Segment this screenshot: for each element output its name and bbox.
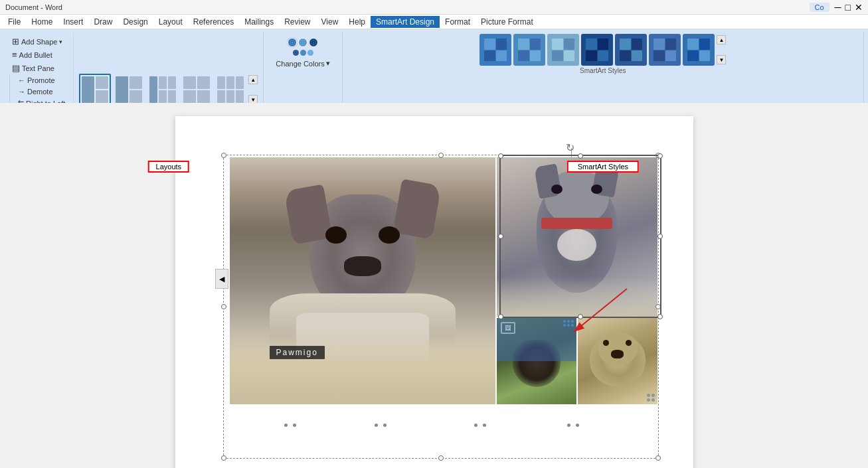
rotation-handle[interactable]: ↻ bbox=[566, 141, 574, 154]
handle-br bbox=[655, 455, 661, 461]
menu-help[interactable]: Help bbox=[343, 16, 371, 28]
dots-row-3 bbox=[474, 424, 486, 427]
layouts-annotation: Layouts bbox=[148, 161, 190, 173]
dots-row-2 bbox=[375, 424, 387, 427]
menu-home[interactable]: Home bbox=[26, 16, 58, 28]
menu-picture-format[interactable]: Picture Format bbox=[476, 16, 539, 28]
handle-tl bbox=[221, 153, 226, 158]
layout-scroll: ▲ ▼ bbox=[248, 75, 258, 104]
smartart-style-scroll-expand[interactable]: ▼ bbox=[717, 55, 726, 64]
smartart-style-3[interactable] bbox=[547, 34, 579, 66]
photo-small-left: 🖼 bbox=[497, 318, 576, 404]
text-pane-button[interactable]: ▤ Text Pane bbox=[9, 62, 68, 74]
close-button[interactable]: ✕ bbox=[855, 2, 863, 13]
maximize-button[interactable]: □ bbox=[845, 2, 851, 13]
menu-insert[interactable]: Insert bbox=[58, 16, 88, 28]
smartart-style-6[interactable] bbox=[649, 34, 681, 66]
menu-format[interactable]: Format bbox=[440, 16, 476, 28]
smartart-style-5[interactable] bbox=[615, 34, 647, 66]
handle-bl bbox=[221, 455, 226, 461]
demote-icon: → bbox=[18, 88, 25, 96]
layout-item-3[interactable] bbox=[147, 74, 179, 106]
document-area: ◀ ↻ bbox=[0, 103, 868, 468]
change-colors-label: Change Colors ▾ bbox=[276, 59, 329, 68]
inner-handle-tr bbox=[657, 153, 663, 159]
photo-small-right bbox=[578, 318, 657, 404]
app-title: Document - Word bbox=[5, 3, 62, 11]
menu-view[interactable]: View bbox=[316, 16, 344, 28]
menu-smartart-design[interactable]: SmartArt Design bbox=[371, 16, 440, 28]
text-pane-expand-btn[interactable]: ◀ bbox=[215, 269, 228, 289]
menu-mailings[interactable]: Mailings bbox=[239, 16, 279, 28]
layout-item-2[interactable] bbox=[113, 74, 145, 106]
layout-item-4[interactable] bbox=[181, 74, 213, 106]
text-pane-icon: ▤ bbox=[12, 63, 20, 73]
change-colors-button[interactable]: Change Colors ▾ bbox=[270, 35, 335, 70]
pawmigo-badge: Pawmigo bbox=[270, 346, 325, 359]
inner-handle-mr bbox=[657, 234, 663, 239]
menu-references[interactable]: References bbox=[188, 16, 239, 28]
smartart-style-4[interactable] bbox=[581, 34, 613, 66]
menu-bar: File Home Insert Draw Design Layout Refe… bbox=[0, 15, 868, 29]
promote-icon: ← bbox=[18, 76, 25, 84]
smartart-style-1[interactable] bbox=[479, 34, 511, 66]
smartart-style-scroll-up[interactable]: ▲ bbox=[717, 35, 726, 44]
add-shape-button[interactable]: ⊞ Add Shape ▾ bbox=[9, 35, 68, 48]
smartart-styles-label: SmartArt Styles bbox=[580, 67, 626, 74]
smartart-style-2[interactable] bbox=[513, 34, 545, 66]
photo-large: Pawmigo bbox=[230, 157, 495, 404]
add-shape-icon: ⊞ bbox=[12, 37, 19, 46]
smartart-styles-annotation: SmartArt Styles bbox=[567, 161, 639, 173]
menu-file[interactable]: File bbox=[3, 16, 26, 28]
menu-design[interactable]: Design bbox=[118, 16, 153, 28]
handle-bc bbox=[438, 455, 444, 461]
dots-pattern-1 bbox=[563, 320, 574, 327]
layout-item-1[interactable] bbox=[79, 74, 111, 106]
add-shape-dropdown-icon: ▾ bbox=[59, 39, 62, 45]
menu-review[interactable]: Review bbox=[279, 16, 315, 28]
dots-row-1 bbox=[284, 424, 296, 427]
coauthor-button[interactable]: Co bbox=[810, 3, 829, 12]
layout-scroll-up[interactable]: ▲ bbox=[248, 75, 258, 84]
dots-row-4 bbox=[567, 424, 579, 427]
add-bullet-icon: ≡ bbox=[12, 50, 17, 60]
menu-draw[interactable]: Draw bbox=[88, 16, 118, 28]
smartart-style-scroll: ▲ ▼ bbox=[717, 35, 726, 64]
smartart-style-7[interactable] bbox=[683, 34, 715, 66]
minimize-button[interactable]: ─ bbox=[835, 2, 841, 13]
inner-handle-br bbox=[657, 314, 663, 319]
change-colors-dropdown-icon: ▾ bbox=[326, 59, 330, 68]
add-bullet-button[interactable]: ≡ Add Bullet bbox=[9, 48, 68, 61]
ribbon: ⊞ Add Shape ▾ ≡ Add Bullet ▤ Text Pane ←… bbox=[0, 30, 868, 103]
photo-top-right bbox=[497, 157, 657, 317]
handle-ml bbox=[221, 304, 226, 309]
photo-grid: Pawmigo bbox=[230, 157, 657, 404]
dots-pattern-2 bbox=[647, 394, 655, 402]
promote-button[interactable]: ← Promote bbox=[15, 75, 68, 86]
layout-item-5[interactable] bbox=[215, 74, 246, 106]
demote-button[interactable]: → Demote bbox=[15, 86, 68, 97]
menu-layout[interactable]: Layout bbox=[153, 16, 188, 28]
photo-bottom-right: 🖼 bbox=[497, 318, 657, 404]
